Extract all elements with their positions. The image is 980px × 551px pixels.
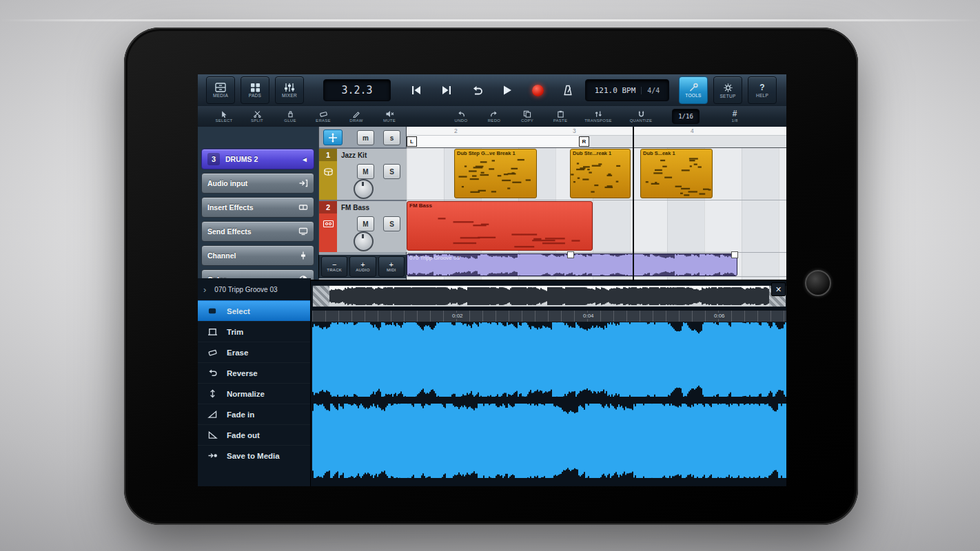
midi-clip-fm-bass[interactable]: FM Bass — [407, 201, 593, 251]
measure-ruler[interactable]: 2 3 4 — [407, 127, 786, 136]
help-button[interactable]: ? HELP — [748, 76, 777, 104]
right-locator-flag[interactable]: R — [579, 136, 589, 147]
track-select-button[interactable]: 3 DRUMS 2 ◄ — [201, 149, 314, 169]
arrange-area[interactable]: 2 3 4 L R Dub Step G...ve Break 1 Dub St… — [407, 127, 786, 280]
tool-menu-item-normalize[interactable]: Normalize — [198, 383, 310, 404]
paste-button[interactable]: PASTE — [544, 107, 577, 125]
mute-tool-button[interactable]: MUTE — [373, 107, 406, 125]
grid-value-display[interactable]: 1/16 — [672, 109, 700, 124]
track-overview-button[interactable] — [323, 129, 343, 145]
editor-time-ruler[interactable]: 0:02 0:04 0:06 — [312, 310, 786, 322]
track2-solo-button[interactable]: S — [383, 216, 400, 231]
save-to-media-icon — [207, 450, 218, 461]
eraser-icon — [319, 110, 328, 118]
song-position-display[interactable]: 3.2.3 — [323, 79, 391, 101]
tool-menu-item-save-to-media[interactable]: Save to Media — [198, 445, 310, 466]
front-camera — [805, 270, 831, 296]
chevron-right-icon[interactable]: › — [203, 284, 206, 295]
time-signature: 4/4 — [641, 87, 660, 94]
plus-icon: + — [360, 261, 365, 268]
draw-tool-button[interactable]: DRAW — [340, 107, 373, 125]
ipad-device: MEDIA PADS MIXER 3.2.3 121.0 BPM 4/4 — [124, 28, 858, 525]
pads-button[interactable]: PADS — [241, 76, 269, 104]
erase-tool-button[interactable]: ERASE — [307, 107, 340, 125]
left-locator-flag[interactable]: L — [407, 136, 417, 147]
tool-menu-item-erase[interactable]: Erase — [198, 342, 310, 362]
global-track-row: m s — [319, 129, 407, 146]
play-button[interactable] — [497, 81, 518, 99]
undo-icon — [457, 110, 465, 118]
record-button[interactable] — [527, 81, 548, 99]
channel-button[interactable]: Channel — [201, 245, 314, 266]
track-header-jazz-kit[interactable]: 1 Jazz Kit M S — [319, 147, 407, 200]
daw-app-screen: MEDIA PADS MIXER 3.2.3 121.0 BPM 4/4 — [198, 74, 786, 486]
insert-effects-button[interactable]: Insert Effects — [201, 197, 314, 218]
metronome-button[interactable] — [558, 81, 578, 99]
midi-clip-dubstep-3[interactable]: Dub S...eak 1 — [640, 149, 713, 198]
tool-menu-item-fade-in[interactable]: Fade in — [198, 404, 310, 424]
select-tool-button[interactable]: SELECT — [207, 107, 241, 125]
clip-handle[interactable] — [567, 251, 574, 258]
clip-handle[interactable] — [731, 251, 738, 258]
waveform-channel-right[interactable] — [312, 404, 786, 478]
tool-menu-header: › 070 Tripp Groove 03 — [198, 278, 310, 300]
tool-menu-item-reverse[interactable]: Reverse — [198, 362, 310, 383]
glue-tool-button[interactable]: GLUE — [274, 107, 307, 125]
tempo-display[interactable]: 121.0 BPM 4/4 — [585, 79, 669, 101]
copy-button[interactable]: COPY — [511, 107, 544, 125]
track1-mute-button[interactable]: M — [357, 164, 374, 179]
track2-number: 2 — [319, 201, 337, 214]
tool-menu-item-fade-out[interactable]: Fade out — [198, 424, 310, 445]
channel-fader-icon — [298, 251, 308, 260]
track-header-fm-bass[interactable]: 2 FM Bass M S — [319, 200, 407, 252]
add-track-buttons: − TRACK + AUDIO + MIDI — [318, 255, 407, 278]
waveform-overview[interactable] — [312, 285, 786, 307]
remove-track-button[interactable]: − TRACK — [321, 256, 347, 277]
skip-forward-button[interactable] — [436, 81, 457, 99]
send-effects-button[interactable]: Send Effects — [201, 221, 314, 242]
quantize-button[interactable]: QUANTIZE — [620, 107, 662, 125]
glue-icon — [287, 110, 294, 118]
locator-ruler[interactable]: L R — [407, 136, 786, 148]
waveform-channel-left[interactable] — [312, 322, 786, 397]
track-number-badge: 3 — [207, 153, 220, 165]
redo-icon — [490, 110, 498, 118]
tool-menu-item-select[interactable]: Select — [198, 300, 310, 321]
track1-solo-button[interactable]: S — [383, 164, 400, 179]
collapse-arrow-icon: ◄ — [301, 156, 308, 163]
pencil-icon — [352, 110, 360, 118]
audio-input-button[interactable]: Audio input — [201, 173, 314, 194]
undo-button[interactable]: UNDO — [445, 107, 478, 125]
track2-pan-knob[interactable] — [354, 231, 374, 251]
speaker-mute-icon — [385, 110, 394, 118]
split-tool-button[interactable]: SPLIT — [241, 107, 274, 125]
track2-mute-button[interactable]: M — [357, 216, 374, 231]
transport-toolbar: MEDIA PADS MIXER 3.2.3 121.0 BPM 4/4 — [198, 74, 786, 107]
setup-button[interactable]: SETUP — [713, 76, 742, 104]
select-icon — [207, 306, 218, 317]
midi-clip-dubstep-1[interactable]: Dub Step G...ve Break 1 — [454, 149, 537, 198]
global-solo-button[interactable]: s — [383, 130, 400, 145]
media-button[interactable]: MEDIA — [206, 76, 235, 104]
redo-button[interactable]: REDO — [478, 107, 511, 125]
help-label: HELP — [756, 93, 768, 98]
midi-clip-dubstep-2[interactable]: Dub Ste...reak 1 — [570, 149, 631, 198]
close-editor-button[interactable]: ✕ — [771, 282, 786, 296]
track1-pan-knob[interactable] — [354, 179, 374, 199]
track-row-divider — [407, 200, 786, 200]
tools-button[interactable]: TOOLS — [679, 76, 708, 104]
insert-effects-icon — [298, 202, 308, 212]
global-mute-button[interactable]: m — [357, 130, 374, 145]
wrench-icon — [688, 83, 699, 92]
add-midi-track-button[interactable]: + MIDI — [378, 256, 405, 277]
cycle-loop-button[interactable] — [467, 81, 487, 99]
add-audio-track-button[interactable]: + AUDIO — [349, 256, 376, 277]
transpose-button[interactable]: TRANSPOSE — [577, 107, 620, 125]
snap-grid-button[interactable]: # 1/8 — [720, 107, 749, 125]
tool-menu-item-trim[interactable]: Trim — [198, 321, 310, 342]
transport-controls — [406, 81, 578, 99]
skip-back-button[interactable] — [406, 81, 427, 99]
overview-left-handle[interactable] — [313, 286, 329, 306]
mixer-button[interactable]: MIXER — [275, 76, 304, 104]
magnet-icon — [637, 110, 645, 118]
